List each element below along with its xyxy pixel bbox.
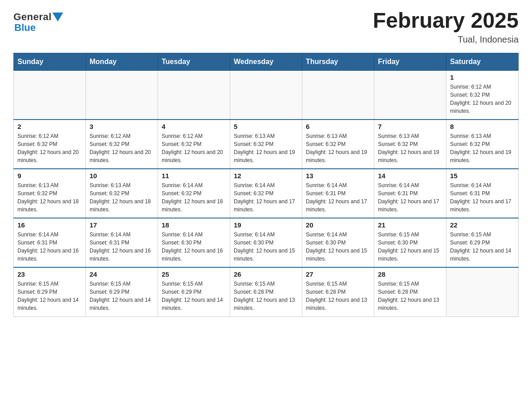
calendar-cell: 26Sunrise: 6:15 AMSunset: 6:28 PMDayligh… <box>230 267 302 317</box>
calendar-cell: 7Sunrise: 6:13 AMSunset: 6:32 PMDaylight… <box>374 120 446 169</box>
day-number: 18 <box>162 221 226 229</box>
calendar-cell <box>230 70 302 120</box>
day-number: 11 <box>162 172 226 180</box>
header-day-saturday: Saturday <box>446 53 519 70</box>
logo-blue: Blue <box>13 22 36 34</box>
day-info: Sunrise: 6:15 AMSunset: 6:28 PMDaylight:… <box>234 280 298 312</box>
day-number: 17 <box>90 221 154 229</box>
calendar-cell <box>374 70 446 120</box>
day-info: Sunrise: 6:14 AMSunset: 6:31 PMDaylight:… <box>378 181 442 214</box>
calendar-cell: 6Sunrise: 6:13 AMSunset: 6:32 PMDaylight… <box>302 120 374 169</box>
calendar-header-row: SundayMondayTuesdayWednesdayThursdayFrid… <box>14 53 519 70</box>
day-number: 26 <box>234 270 298 278</box>
calendar-cell: 16Sunrise: 6:14 AMSunset: 6:31 PMDayligh… <box>14 218 86 267</box>
day-number: 5 <box>234 123 298 130</box>
day-info: Sunrise: 6:14 AMSunset: 6:31 PMDaylight:… <box>450 181 515 214</box>
header-day-monday: Monday <box>86 53 158 70</box>
calendar-cell <box>14 70 86 120</box>
logo-arrow-icon <box>52 13 63 21</box>
day-number: 27 <box>306 270 370 278</box>
day-number: 28 <box>378 270 442 278</box>
day-info: Sunrise: 6:15 AMSunset: 6:29 PMDaylight:… <box>17 280 82 312</box>
day-number: 9 <box>17 172 82 180</box>
calendar-cell: 27Sunrise: 6:15 AMSunset: 6:28 PMDayligh… <box>302 267 374 317</box>
day-number: 2 <box>17 123 82 130</box>
day-info: Sunrise: 6:13 AMSunset: 6:32 PMDaylight:… <box>378 132 442 164</box>
day-info: Sunrise: 6:12 AMSunset: 6:32 PMDaylight:… <box>162 132 226 164</box>
day-number: 6 <box>306 123 370 130</box>
day-number: 25 <box>162 270 226 278</box>
day-info: Sunrise: 6:12 AMSunset: 6:32 PMDaylight:… <box>90 132 154 164</box>
calendar-cell <box>86 70 158 120</box>
calendar-cell: 11Sunrise: 6:14 AMSunset: 6:32 PMDayligh… <box>158 169 230 218</box>
day-number: 15 <box>450 172 515 180</box>
calendar-cell: 18Sunrise: 6:14 AMSunset: 6:30 PMDayligh… <box>158 218 230 267</box>
calendar-cell: 9Sunrise: 6:13 AMSunset: 6:32 PMDaylight… <box>14 169 86 218</box>
calendar-week-row: 1Sunrise: 6:12 AMSunset: 6:32 PMDaylight… <box>14 70 519 120</box>
calendar-table: SundayMondayTuesdayWednesdayThursdayFrid… <box>13 53 519 317</box>
calendar-cell: 8Sunrise: 6:13 AMSunset: 6:32 PMDaylight… <box>446 120 519 169</box>
calendar-week-row: 9Sunrise: 6:13 AMSunset: 6:32 PMDaylight… <box>14 169 519 218</box>
calendar-cell: 17Sunrise: 6:14 AMSunset: 6:31 PMDayligh… <box>86 218 158 267</box>
day-number: 8 <box>450 123 515 130</box>
calendar-cell: 25Sunrise: 6:15 AMSunset: 6:29 PMDayligh… <box>158 267 230 317</box>
calendar-cell: 24Sunrise: 6:15 AMSunset: 6:29 PMDayligh… <box>86 267 158 317</box>
calendar-cell: 21Sunrise: 6:15 AMSunset: 6:30 PMDayligh… <box>374 218 446 267</box>
header-day-thursday: Thursday <box>302 53 374 70</box>
day-number: 13 <box>306 172 370 180</box>
day-number: 7 <box>378 123 442 130</box>
day-info: Sunrise: 6:15 AMSunset: 6:30 PMDaylight:… <box>378 231 442 263</box>
calendar-cell: 2Sunrise: 6:12 AMSunset: 6:32 PMDaylight… <box>14 120 86 169</box>
title-block: February 2025 Tual, Indonesia <box>373 9 519 45</box>
calendar-cell: 13Sunrise: 6:14 AMSunset: 6:31 PMDayligh… <box>302 169 374 218</box>
header-day-tuesday: Tuesday <box>158 53 230 70</box>
calendar-cell: 12Sunrise: 6:14 AMSunset: 6:32 PMDayligh… <box>230 169 302 218</box>
page-header: General Blue February 2025 Tual, Indones… <box>13 9 519 45</box>
calendar-week-row: 2Sunrise: 6:12 AMSunset: 6:32 PMDaylight… <box>14 120 519 169</box>
calendar-cell: 3Sunrise: 6:12 AMSunset: 6:32 PMDaylight… <box>86 120 158 169</box>
day-number: 10 <box>90 172 154 180</box>
logo: General Blue <box>13 9 64 34</box>
day-info: Sunrise: 6:15 AMSunset: 6:29 PMDaylight:… <box>90 280 154 312</box>
day-info: Sunrise: 6:14 AMSunset: 6:30 PMDaylight:… <box>306 231 370 263</box>
day-info: Sunrise: 6:14 AMSunset: 6:30 PMDaylight:… <box>234 231 298 263</box>
day-info: Sunrise: 6:15 AMSunset: 6:29 PMDaylight:… <box>450 231 515 263</box>
day-number: 23 <box>17 270 82 278</box>
day-info: Sunrise: 6:15 AMSunset: 6:28 PMDaylight:… <box>306 280 370 312</box>
day-number: 12 <box>234 172 298 180</box>
day-number: 14 <box>378 172 442 180</box>
day-info: Sunrise: 6:15 AMSunset: 6:29 PMDaylight:… <box>162 280 226 312</box>
calendar-cell <box>302 70 374 120</box>
day-info: Sunrise: 6:14 AMSunset: 6:30 PMDaylight:… <box>162 231 226 263</box>
month-title: February 2025 <box>373 9 519 33</box>
day-info: Sunrise: 6:13 AMSunset: 6:32 PMDaylight:… <box>450 132 515 164</box>
calendar-week-row: 16Sunrise: 6:14 AMSunset: 6:31 PMDayligh… <box>14 218 519 267</box>
header-day-sunday: Sunday <box>14 53 86 70</box>
calendar-cell: 5Sunrise: 6:13 AMSunset: 6:32 PMDaylight… <box>230 120 302 169</box>
logo-general: General <box>13 11 51 23</box>
calendar-cell: 15Sunrise: 6:14 AMSunset: 6:31 PMDayligh… <box>446 169 519 218</box>
day-info: Sunrise: 6:13 AMSunset: 6:32 PMDaylight:… <box>90 181 154 214</box>
day-number: 3 <box>90 123 154 130</box>
calendar-cell <box>158 70 230 120</box>
day-info: Sunrise: 6:14 AMSunset: 6:31 PMDaylight:… <box>90 231 154 263</box>
calendar-cell: 14Sunrise: 6:14 AMSunset: 6:31 PMDayligh… <box>374 169 446 218</box>
logo-top: General <box>13 11 64 23</box>
day-number: 24 <box>90 270 154 278</box>
day-number: 16 <box>17 221 82 229</box>
day-number: 4 <box>162 123 226 130</box>
calendar-cell: 10Sunrise: 6:13 AMSunset: 6:32 PMDayligh… <box>86 169 158 218</box>
calendar-cell: 19Sunrise: 6:14 AMSunset: 6:30 PMDayligh… <box>230 218 302 267</box>
calendar-cell: 22Sunrise: 6:15 AMSunset: 6:29 PMDayligh… <box>446 218 519 267</box>
day-info: Sunrise: 6:13 AMSunset: 6:32 PMDaylight:… <box>17 181 82 214</box>
day-info: Sunrise: 6:12 AMSunset: 6:32 PMDaylight:… <box>17 132 82 164</box>
calendar-cell: 20Sunrise: 6:14 AMSunset: 6:30 PMDayligh… <box>302 218 374 267</box>
day-info: Sunrise: 6:12 AMSunset: 6:32 PMDaylight:… <box>450 83 515 115</box>
calendar-cell: 23Sunrise: 6:15 AMSunset: 6:29 PMDayligh… <box>14 267 86 317</box>
day-number: 20 <box>306 221 370 229</box>
day-info: Sunrise: 6:14 AMSunset: 6:31 PMDaylight:… <box>306 181 370 214</box>
day-number: 1 <box>450 73 515 81</box>
header-day-friday: Friday <box>374 53 446 70</box>
day-info: Sunrise: 6:13 AMSunset: 6:32 PMDaylight:… <box>306 132 370 164</box>
calendar-cell: 28Sunrise: 6:15 AMSunset: 6:28 PMDayligh… <box>374 267 446 317</box>
